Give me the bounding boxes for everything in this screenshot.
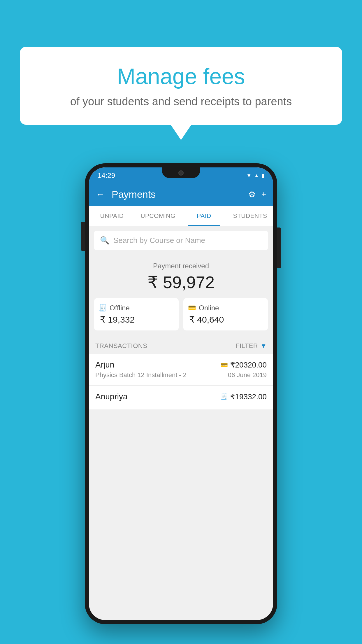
online-label: Online <box>199 304 219 312</box>
tabs-container: UNPAID UPCOMING PAID STUDENTS <box>89 206 273 226</box>
transaction-date: 06 June 2019 <box>228 371 267 379</box>
bubble-title: Manage fees <box>34 64 328 89</box>
tab-upcoming[interactable]: UPCOMING <box>135 206 181 226</box>
transaction-amount-container: 💳 ₹20320.00 <box>221 360 267 370</box>
speech-bubble: Manage fees of your students and send re… <box>20 47 342 125</box>
battery-icon: ▮ <box>261 172 264 179</box>
status-time: 14:29 <box>98 172 115 180</box>
online-icon: 💳 <box>188 304 196 312</box>
app-background: Manage fees of your students and send re… <box>0 0 362 644</box>
transaction-name: Anupriya <box>95 392 128 401</box>
online-card: 💳 Online ₹ 40,640 <box>183 298 268 330</box>
payment-summary: Payment received ₹ 59,972 🧾 Offline ₹ 19… <box>89 255 273 336</box>
search-icon: 🔍 <box>100 236 109 245</box>
search-box[interactable]: 🔍 Search by Course or Name <box>94 231 268 250</box>
tab-students[interactable]: STUDENTS <box>227 206 273 226</box>
notch-camera <box>178 170 184 176</box>
online-amount: ₹ 40,640 <box>188 314 224 325</box>
offline-amount: ₹ 19,332 <box>99 314 135 325</box>
header-icons: ⚙ + <box>248 190 266 199</box>
app-header: ← Payments ⚙ + <box>89 183 273 206</box>
wifi-icon: ▼ <box>246 173 252 179</box>
transaction-amount-container: 🧾 ₹19332.00 <box>221 392 267 401</box>
transaction-course: Physics Batch 12 Installment - 2 <box>95 371 187 379</box>
signal-icon: ▲ <box>254 173 259 179</box>
status-icons: ▼ ▲ ▮ <box>246 172 264 179</box>
transactions-label: TRANSACTIONS <box>95 342 147 350</box>
payment-label: Payment received <box>89 262 273 270</box>
add-icon[interactable]: + <box>261 190 266 199</box>
filter-container[interactable]: FILTER ▼ <box>236 342 267 350</box>
search-input[interactable]: Search by Course or Name <box>113 236 205 245</box>
phone-screen: 14:29 ▼ ▲ ▮ ← Payments ⚙ + <box>89 167 273 620</box>
transaction-name: Arjun <box>95 360 114 370</box>
phone-notch <box>162 167 200 178</box>
offline-icon: 🧾 <box>99 304 107 312</box>
tab-paid[interactable]: PAID <box>181 206 227 226</box>
payment-total: ₹ 59,972 <box>89 272 273 292</box>
offline-card: 🧾 Offline ₹ 19,332 <box>94 298 179 330</box>
search-container: 🔍 Search by Course or Name <box>89 226 273 255</box>
table-row[interactable]: Anupriya 🧾 ₹19332.00 <box>89 386 273 410</box>
phone-outer: 14:29 ▼ ▲ ▮ ← Payments ⚙ + <box>85 163 277 624</box>
settings-icon[interactable]: ⚙ <box>248 190 256 199</box>
filter-label: FILTER <box>236 342 258 350</box>
bubble-subtitle: of your students and send receipts to pa… <box>34 94 328 109</box>
transaction-amount: ₹20320.00 <box>230 360 267 370</box>
online-payment-icon: 💳 <box>221 361 228 368</box>
table-row[interactable]: Arjun 💳 ₹20320.00 Physics Batch 12 Insta… <box>89 354 273 386</box>
transaction-amount: ₹19332.00 <box>230 392 267 401</box>
offline-label: Offline <box>110 304 130 312</box>
phone-frame: 14:29 ▼ ▲ ▮ ← Payments ⚙ + <box>85 163 277 624</box>
tab-unpaid[interactable]: UNPAID <box>89 206 135 226</box>
transactions-header: TRANSACTIONS FILTER ▼ <box>89 336 273 354</box>
page-title: Payments <box>112 189 244 200</box>
filter-icon: ▼ <box>260 342 267 350</box>
payment-cards: 🧾 Offline ₹ 19,332 💳 Online ₹ 40,640 <box>89 298 273 330</box>
back-button[interactable]: ← <box>96 189 105 199</box>
offline-payment-icon: 🧾 <box>221 393 228 400</box>
